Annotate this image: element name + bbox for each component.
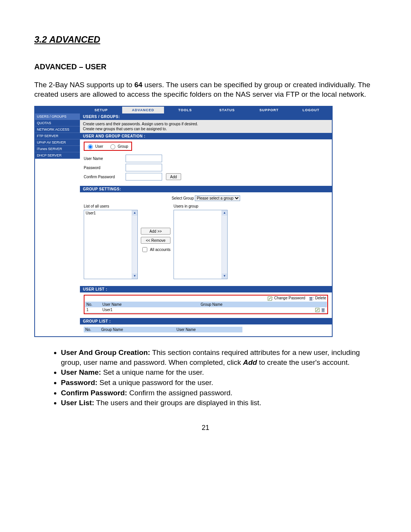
tab-logout[interactable]: LOGOUT (290, 107, 332, 113)
select-group-dropdown[interactable]: Please select a group (195, 195, 240, 201)
page-number: 21 (34, 424, 377, 432)
label-username: User Name (84, 157, 126, 161)
all-accounts-checkbox[interactable] (142, 247, 147, 252)
creation-type-radios: User Group (84, 142, 132, 151)
all-users-label: List of all users (84, 204, 138, 208)
panel-heading-group-list: GROUP LIST : (80, 318, 332, 324)
add-to-group-button[interactable]: Add >> (141, 228, 170, 235)
sidebar: USERS / GROUPS QUOTAS NETWORK ACCESS FTP… (35, 113, 80, 336)
scroll-up-icon[interactable]: ▲ (222, 210, 227, 216)
tab-advanced[interactable]: ADVANCED (122, 107, 164, 113)
radio-user-input[interactable] (88, 144, 93, 149)
label-password: Password (84, 166, 126, 170)
panel-heading-users-groups: USERS / GROUPS: (80, 113, 332, 120)
tab-setup[interactable]: SETUP (80, 107, 122, 113)
col-username: User Name (101, 302, 199, 307)
panel-desc-users-groups: Create users and their passwords. Assign… (80, 120, 332, 133)
tab-tools[interactable]: TOOLS (164, 107, 206, 113)
top-nav: SETUP ADVANCED TOOLS STATUS SUPPORT LOGO… (35, 107, 332, 113)
col-groupname: Group Name (199, 302, 309, 307)
tab-support[interactable]: SUPPORT (248, 107, 290, 113)
doc-subsection-title: ADVANCED – USER (34, 62, 377, 71)
sidebar-item-network-access[interactable]: NETWORK ACCESS (35, 126, 80, 133)
legend-change-password: : Change Password (272, 296, 305, 300)
select-group-label: Select Group (172, 196, 194, 200)
radio-user[interactable]: User (86, 143, 103, 149)
sidebar-item-dhcp[interactable]: DHCP SERVER (35, 152, 80, 159)
group-list-table: No. Group Name User Name (84, 327, 242, 332)
add-user-button[interactable]: Add (166, 173, 181, 180)
panel-heading-user-list: USER LIST : (80, 286, 332, 292)
list-item[interactable]: User1 (86, 211, 130, 215)
scroll-down-icon[interactable]: ▼ (132, 273, 137, 279)
trash-icon[interactable] (321, 308, 325, 312)
sidebar-item-itunes[interactable]: iTunes SERVER (35, 146, 80, 152)
sidebar-item-ftp-server[interactable]: FTP SERVER (35, 133, 80, 139)
col-groupname: Group Name (100, 327, 175, 332)
label-confirm-password: Confirm Password (84, 175, 126, 179)
scrollbar[interactable]: ▲ ▼ (132, 210, 137, 279)
confirm-password-input[interactable] (126, 173, 162, 181)
radio-group[interactable]: Group (108, 143, 128, 149)
users-in-group-label: Users in group (174, 204, 228, 208)
edit-icon (268, 296, 272, 301)
remove-from-group-button[interactable]: << Remove (141, 237, 170, 244)
trash-icon (309, 296, 313, 301)
scroll-up-icon[interactable]: ▲ (132, 210, 137, 216)
doc-intro: The 2-Bay NAS supports up to 64 users. T… (34, 80, 377, 99)
password-input[interactable] (126, 164, 162, 171)
user-list-highlight: : Change Password : Delete No. User Name (84, 295, 328, 314)
doc-section-title: 3.2 ADVANCED (34, 34, 377, 45)
svg-rect-2 (309, 297, 312, 298)
logo-spacer (35, 107, 80, 113)
sidebar-item-quotas[interactable]: QUOTAS (35, 120, 80, 126)
doc-bullets: User And Group Creation: This section co… (34, 348, 377, 408)
col-no: No. (84, 327, 100, 332)
tab-status[interactable]: STATUS (206, 107, 248, 113)
svg-rect-8 (322, 308, 325, 309)
all-accounts-label: All accounts (150, 248, 170, 252)
radio-group-input[interactable] (110, 144, 115, 149)
sidebar-item-upnp-av[interactable]: UPnP AV SERVER (35, 139, 80, 146)
col-username: User Name (175, 327, 243, 332)
username-input[interactable] (126, 155, 162, 162)
scrollbar[interactable]: ▲ ▼ (221, 210, 227, 279)
radio-user-label: User (95, 144, 103, 149)
edit-icon[interactable] (315, 308, 320, 312)
nas-admin-screenshot: SETUP ADVANCED TOOLS STATUS SUPPORT LOGO… (34, 106, 333, 337)
table-row: 1 User1 (85, 307, 327, 313)
scroll-down-icon[interactable]: ▼ (222, 273, 227, 279)
legend-delete: : Delete (313, 296, 326, 300)
all-users-listbox[interactable]: User1 ▲ ▼ (84, 210, 138, 279)
col-no: No. (85, 302, 101, 307)
user-list-table: No. User Name Group Name 1 User1 (85, 302, 327, 313)
radio-group-label: Group (118, 144, 128, 149)
users-in-group-listbox[interactable]: ▲ ▼ (174, 210, 228, 279)
panel-heading-group-settings: GROUP SETTINGS: (80, 186, 332, 192)
sidebar-item-users-groups[interactable]: USERS / GROUPS (35, 113, 80, 120)
panel-heading-creation: USER AND GROUP CREATION : (80, 133, 332, 139)
